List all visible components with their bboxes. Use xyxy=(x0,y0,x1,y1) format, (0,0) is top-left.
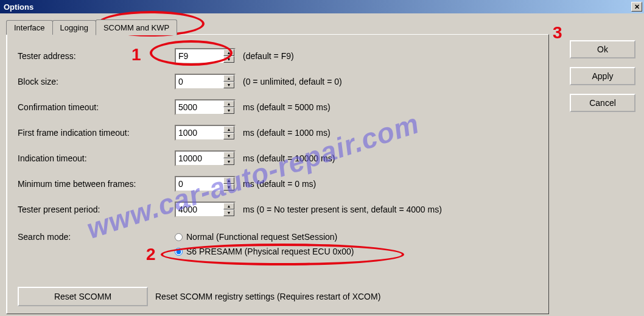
spin-buttons: ▲ ▼ xyxy=(223,152,234,165)
first-frame-input[interactable] xyxy=(176,126,223,139)
hint-block-size: (0 = unlimited, default = 0) xyxy=(243,77,342,86)
window-title: Options xyxy=(4,2,33,12)
label-tester-address: Tester address: xyxy=(18,51,175,61)
radio-normal[interactable] xyxy=(175,233,183,241)
label-block-size: Block size: xyxy=(18,77,175,86)
close-icon: ✕ xyxy=(634,3,640,11)
confirm-timeout-spinner[interactable]: ▲ ▼ xyxy=(175,99,236,115)
spin-up-icon[interactable]: ▲ xyxy=(223,203,234,209)
spin-up-icon[interactable]: ▲ xyxy=(223,75,234,82)
spin-down-icon[interactable]: ▼ xyxy=(223,184,234,191)
spin-down-icon[interactable]: ▼ xyxy=(223,133,234,139)
spin-up-icon[interactable]: ▲ xyxy=(223,177,234,184)
first-frame-spinner[interactable]: ▲ ▼ xyxy=(175,125,236,141)
tab-interface[interactable]: Interface xyxy=(6,20,53,35)
hint-min-frames: ms (default = 0 ms) xyxy=(243,179,316,189)
spin-down-icon[interactable]: ▼ xyxy=(223,209,234,216)
hint-indication: ms (default = 10000 ms) xyxy=(243,153,335,163)
spin-buttons: ▲ ▼ xyxy=(223,126,234,139)
dialog-body: Interface Logging SCOMM and KWP Tester a… xyxy=(0,13,644,316)
tab-scomm-kwp[interactable]: SCOMM and KWP xyxy=(96,19,177,35)
tester-present-input[interactable] xyxy=(176,203,223,216)
title-bar: Options ✕ xyxy=(0,0,644,13)
tester-address-spinner[interactable]: ▲ ▼ xyxy=(175,48,236,64)
hint-first-frame: ms (default = 1000 ms) xyxy=(243,128,331,138)
row-min-frames: Minimum time between frames: ▲ ▼ ms (def… xyxy=(18,176,537,192)
spin-buttons: ▲ ▼ xyxy=(223,75,234,88)
spin-up-icon[interactable]: ▲ xyxy=(223,152,234,158)
close-button[interactable]: ✕ xyxy=(631,2,642,12)
label-min-frames: Minimum time between frames: xyxy=(18,179,175,189)
cancel-button[interactable]: Cancel xyxy=(570,94,635,112)
spin-down-icon[interactable]: ▼ xyxy=(223,82,234,88)
spin-down-icon[interactable]: ▼ xyxy=(223,158,234,165)
tester-address-input[interactable] xyxy=(176,49,223,63)
radio-s6-label: S6 PRESAMM (Physical request ECU 0x00) xyxy=(186,247,354,256)
row-tester-present: Tester present period: ▲ ▼ ms (0 = No te… xyxy=(18,202,537,217)
spin-buttons: ▲ ▼ xyxy=(223,203,234,216)
indication-spinner[interactable]: ▲ ▼ xyxy=(175,150,236,166)
hint-tester-present: ms (0 = No tester present is sent, defau… xyxy=(243,205,442,214)
spin-down-icon[interactable]: ▼ xyxy=(223,107,234,114)
label-indication: Indication timeout: xyxy=(18,153,175,163)
row-first-frame: First frame indication timeout: ▲ ▼ ms (… xyxy=(18,125,537,141)
label-search-mode: Search mode: xyxy=(18,232,175,242)
label-first-frame: First frame indication timeout: xyxy=(18,128,175,138)
ok-button[interactable]: Ok xyxy=(570,40,635,58)
reset-row: Reset SCOMM Reset SCOMM registry setting… xyxy=(18,287,380,306)
spin-up-icon[interactable]: ▲ xyxy=(223,100,234,107)
spin-buttons: ▲ ▼ xyxy=(223,177,234,191)
spin-buttons: ▲ ▼ xyxy=(223,100,234,114)
tab-logging[interactable]: Logging xyxy=(52,20,96,35)
tab-panel-scomm: Tester address: ▲ ▼ (default = F9) Block… xyxy=(6,34,549,314)
confirm-timeout-input[interactable] xyxy=(176,100,223,114)
spin-down-icon[interactable]: ▼ xyxy=(223,56,234,63)
label-tester-present: Tester present period: xyxy=(18,205,175,214)
row-tester-address: Tester address: ▲ ▼ (default = F9) xyxy=(18,48,537,64)
radio-s6-presamm[interactable] xyxy=(175,248,183,256)
block-size-spinner[interactable]: ▲ ▼ xyxy=(175,74,236,90)
row-search-mode-s6: S6 PRESAMM (Physical request ECU 0x00) xyxy=(175,247,537,256)
radio-normal-label: Normal (Functional request SetSession) xyxy=(186,232,337,242)
block-size-input[interactable] xyxy=(176,75,223,88)
row-confirm-timeout: Confirmation timeout: ▲ ▼ ms (default = … xyxy=(18,99,537,115)
min-frames-spinner[interactable]: ▲ ▼ xyxy=(175,176,236,192)
row-block-size: Block size: ▲ ▼ (0 = unlimited, default … xyxy=(18,74,537,90)
min-frames-input[interactable] xyxy=(176,177,223,191)
spin-buttons: ▲ ▼ xyxy=(223,49,234,63)
tab-row: Interface Logging SCOMM and KWP xyxy=(6,18,638,34)
dialog-buttons: Ok Apply Cancel xyxy=(570,40,635,112)
hint-tester-address: (default = F9) xyxy=(243,51,294,61)
row-indication: Indication timeout: ▲ ▼ ms (default = 10… xyxy=(18,150,537,166)
row-search-mode: Search mode: Normal (Functional request … xyxy=(18,232,537,242)
spin-up-icon[interactable]: ▲ xyxy=(223,126,234,133)
reset-hint: Reset SCOMM registry settings (Requires … xyxy=(155,292,380,301)
hint-confirm-timeout: ms (default = 5000 ms) xyxy=(243,102,331,112)
indication-input[interactable] xyxy=(176,152,223,165)
spin-up-icon[interactable]: ▲ xyxy=(223,49,234,56)
label-confirm-timeout: Confirmation timeout: xyxy=(18,102,175,112)
tester-present-spinner[interactable]: ▲ ▼ xyxy=(175,202,236,217)
reset-scomm-button[interactable]: Reset SCOMM xyxy=(18,287,148,306)
apply-button[interactable]: Apply xyxy=(570,67,635,85)
